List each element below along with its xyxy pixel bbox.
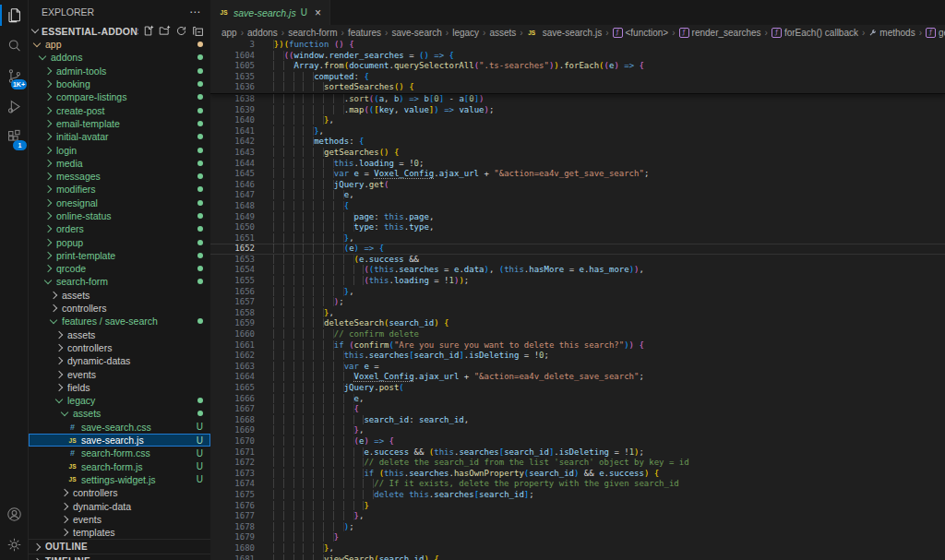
tree-item[interactable]: controllers xyxy=(29,302,210,315)
tree-item-label: events xyxy=(73,514,203,525)
tree-item[interactable]: controllers xyxy=(29,341,210,354)
line-number: 1673 xyxy=(210,469,264,480)
tree-item[interactable]: dynamic-datas xyxy=(29,354,210,367)
tree-item[interactable]: JSsearch-form.jsU xyxy=(29,460,210,473)
line-number: 1636 xyxy=(210,82,264,93)
tree-item[interactable]: print-template xyxy=(29,249,210,262)
tree-item[interactable]: compare-listings xyxy=(29,90,210,103)
tree-item[interactable]: fields xyxy=(29,381,210,394)
run-debug-icon[interactable] xyxy=(0,91,28,122)
source-control-icon[interactable]: 1K+ xyxy=(0,61,28,91)
tree-item[interactable]: templates xyxy=(29,526,210,539)
line-number: 1681 xyxy=(210,554,264,560)
tree-item[interactable]: email-template xyxy=(29,117,210,130)
code-line: 1643 getSearches() { xyxy=(210,148,945,159)
line-number: 1665 xyxy=(210,383,264,394)
breadcrumb-item[interactable]: app xyxy=(221,28,237,38)
code-area[interactable]: 1638 .sort((a, b) => b[0] - a[0])1639 .m… xyxy=(210,94,945,560)
tab-label: save-search.js xyxy=(233,7,296,18)
tree-item[interactable]: admin-tools xyxy=(29,65,210,77)
tree-item[interactable]: events xyxy=(29,513,210,526)
tree-item[interactable]: modifiers xyxy=(29,183,210,196)
code-line: 1645 var e = Voxel_Config.ajax_url + "&a… xyxy=(210,169,945,180)
tree-item[interactable]: app xyxy=(29,38,210,51)
tree-item-label: controllers xyxy=(67,342,203,353)
code-line: 1662 this.searches[search_id].isDeleting… xyxy=(210,351,945,362)
code-line: 1667 { xyxy=(210,404,945,415)
settings-gear-icon[interactable] xyxy=(0,530,28,560)
breadcrumb-item[interactable]: assets xyxy=(489,28,516,38)
line-number: 1663 xyxy=(210,362,264,373)
tree-item[interactable]: JSsave-search.jsU xyxy=(29,434,210,447)
breadcrumb-item[interactable]: features xyxy=(348,28,381,38)
tree-item[interactable]: features / save-search xyxy=(29,315,210,328)
git-untracked-badge: U xyxy=(197,435,203,446)
new-file-icon[interactable] xyxy=(140,24,155,38)
line-number: 1646 xyxy=(210,180,264,191)
symbol-function-icon: ƒ xyxy=(772,28,782,38)
breadcrumb-item[interactable]: ƒrender_searches xyxy=(679,28,761,38)
tree-item[interactable]: assets xyxy=(29,407,210,420)
chevron-right-icon xyxy=(50,292,57,299)
tree-item[interactable]: assets xyxy=(29,328,210,341)
explorer-sidebar: EXPLORER ⋯ ESSENTIAL-ADDONS-FOR-V... app… xyxy=(29,0,210,560)
code-line: 1661 if (confirm("Are you sure you want … xyxy=(210,340,945,351)
breadcrumb-item[interactable]: save-search xyxy=(391,28,441,38)
tree-item-label: assets xyxy=(62,290,203,301)
breadcrumb-item[interactable]: legacy xyxy=(452,28,479,38)
tree-item-label: app xyxy=(45,39,194,50)
explorer-icon[interactable] xyxy=(0,0,28,30)
sticky-scroll[interactable]: 3 })(function () {1604 ((window.render_s… xyxy=(210,40,945,94)
line-number: 1669 xyxy=(210,425,264,436)
workspace-folder-name[interactable]: ESSENTIAL-ADDONS-FOR-V... xyxy=(42,26,138,37)
more-actions-icon[interactable]: ⋯ xyxy=(189,6,201,18)
tree-item[interactable]: #save-search.cssU xyxy=(29,421,210,434)
tree-item[interactable]: legacy xyxy=(29,394,210,407)
git-modified-dot xyxy=(197,279,203,284)
line-number: 1664 xyxy=(210,372,264,383)
tree-item[interactable]: dynamic-data xyxy=(29,499,210,512)
tree-item[interactable]: #search-form.cssU xyxy=(29,447,210,459)
tree-item[interactable]: popup xyxy=(29,235,210,248)
tree-item[interactable]: qrcode xyxy=(29,262,210,275)
tree-item[interactable]: create-post xyxy=(29,103,210,116)
code-editor[interactable]: 3 })(function () {1604 ((window.render_s… xyxy=(210,40,945,560)
tree-item[interactable]: media xyxy=(29,157,210,170)
tree-item[interactable]: controllers xyxy=(29,486,210,499)
tree-item[interactable]: messages xyxy=(29,170,210,183)
tree-item[interactable]: orders xyxy=(29,222,210,235)
breadcrumb-item[interactable]: ƒ<function> xyxy=(613,28,669,38)
tree-item[interactable]: login xyxy=(29,143,210,156)
sidebar-title: EXPLORER xyxy=(42,6,94,18)
code-line: 1680 }, xyxy=(210,543,945,554)
new-folder-icon[interactable] xyxy=(157,24,172,38)
tree-item[interactable]: initial-avatar xyxy=(29,130,210,143)
tree-item[interactable]: events xyxy=(29,367,210,380)
timeline-panel-header[interactable]: TIMELINE xyxy=(29,554,210,560)
chevron-right-icon xyxy=(44,225,52,232)
account-icon[interactable] xyxy=(0,499,28,530)
outline-panel-header[interactable]: OUTLINE xyxy=(29,539,210,554)
collapse-all-icon[interactable] xyxy=(190,24,205,38)
breadcrumb-item[interactable]: ƒgetSearches xyxy=(926,28,945,38)
close-icon[interactable]: × xyxy=(315,7,321,18)
breadcrumb-item[interactable]: JSsave-search.js xyxy=(527,28,602,38)
tree-item[interactable]: assets xyxy=(29,289,210,302)
breadcrumb-item[interactable]: methods xyxy=(868,28,915,38)
tree-item[interactable]: JSsettings-widget.jsU xyxy=(29,473,210,486)
tree-item[interactable]: addons xyxy=(29,51,210,64)
tree-item[interactable]: booking xyxy=(29,77,210,90)
git-modified-dot xyxy=(197,108,203,113)
refresh-icon[interactable] xyxy=(173,24,188,38)
tree-item[interactable]: onesignal xyxy=(29,197,210,209)
tree-item[interactable]: search-form xyxy=(29,275,210,288)
breadcrumb-item[interactable]: search-form xyxy=(288,28,337,38)
chevron-right-icon xyxy=(44,265,52,272)
code-line: 1646 jQuery.get( xyxy=(210,180,945,191)
breadcrumb-item[interactable]: addons xyxy=(247,28,278,38)
tree-item[interactable]: online-status xyxy=(29,209,210,222)
search-icon[interactable] xyxy=(0,30,28,61)
breadcrumb-item[interactable]: ƒforEach() callback xyxy=(772,28,858,38)
extensions-icon[interactable]: 1 xyxy=(0,122,28,152)
tab-save-search-js[interactable]: JS save-search.js U × xyxy=(210,0,330,25)
